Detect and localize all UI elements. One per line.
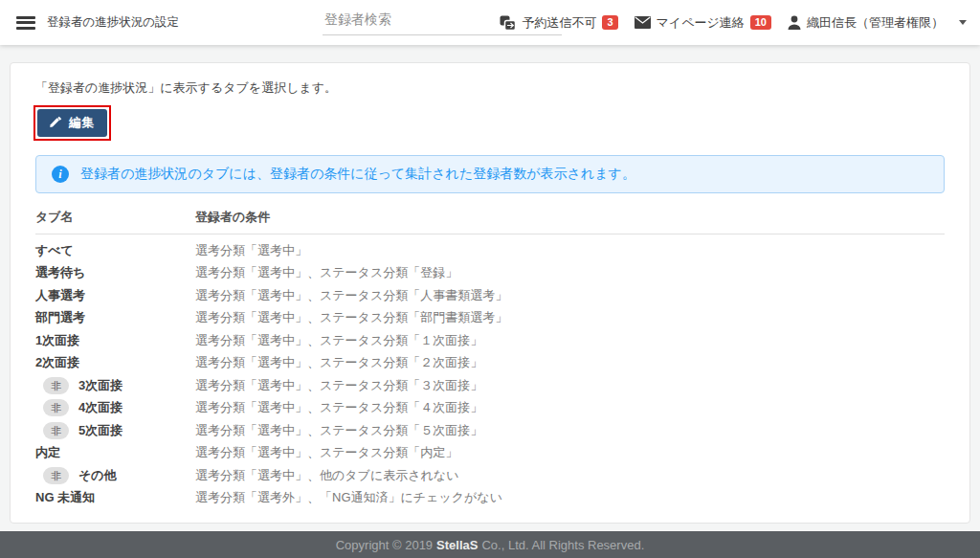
tab-condition: 選考分類「選考外」、「NG通知済」にチェックがない (195, 489, 945, 506)
info-icon: i (52, 166, 69, 183)
tab-condition: 選考分類「選考中」、ステータス分類「登録」 (195, 264, 945, 281)
table-row: 2次面接 選考分類「選考中」、ステータス分類「２次面接」 (35, 352, 945, 375)
mypage-contact-label: マイページ連絡 (657, 14, 745, 32)
tab-condition: 選考分類「選考中」、ステータス分類「２次面接」 (195, 354, 945, 371)
tab-name: その他 (78, 467, 117, 484)
tab-name: 2次面接 (35, 354, 79, 371)
tab-name: NG 未通知 (35, 489, 95, 506)
tab-name: 5次面接 (78, 422, 122, 439)
user-menu[interactable]: 織田信長（管理者権限） (788, 14, 967, 32)
mypage-contact-menu[interactable]: マイページ連絡 10 (635, 14, 771, 32)
hidden-badge: 非 (43, 467, 69, 484)
tab-table-body: すべて 選考分類「選考中」 選考待ち 選考分類「選考中」、ステータス分類「登録」… (35, 239, 945, 509)
table-row: 選考待ち 選考分類「選考中」、ステータス分類「登録」 (35, 262, 945, 285)
copyright-suffix: Co., Ltd. All Rights Reserved. (481, 538, 644, 552)
edit-button-highlight: 編集 (33, 105, 111, 141)
caret-down-icon (959, 20, 967, 25)
tab-name: 人事選考 (35, 287, 85, 304)
mypage-contact-count-badge: 10 (750, 15, 771, 30)
tab-name: 3次面接 (78, 377, 122, 394)
table-row: 1次面接 選考分類「選考中」、ステータス分類「１次面接」 (35, 329, 945, 352)
column-header-condition: 登録者の条件 (195, 209, 945, 226)
hamburger-menu-icon[interactable] (16, 16, 35, 30)
table-row: 非 4次面接 選考分類「選考中」、ステータス分類「４次面接」 (35, 397, 945, 420)
tab-condition: 選考分類「選考中」、ステータス分類「４次面接」 (195, 399, 945, 416)
app-header: 登録者の進捗状況の設定 予約送信不可 3 マイページ連絡 (0, 0, 980, 45)
user-name: 織田信長（管理者権限） (807, 14, 944, 32)
tab-table: タブ名 登録者の条件 すべて 選考分類「選考中」 選考待ち 選考分類「選考中」、… (35, 209, 945, 509)
reserve-send-count-badge: 3 (602, 15, 617, 30)
table-row: すべて 選考分類「選考中」 (35, 239, 945, 262)
table-row: 非 3次面接 選考分類「選考中」、ステータス分類「３次面接」 (35, 374, 945, 397)
edit-button-label: 編集 (69, 115, 95, 131)
footer: Copyright © 2019 StellaS Co., Ltd. All R… (0, 531, 980, 558)
column-header-tab-name: タブ名 (35, 209, 195, 226)
table-row: 人事選考 選考分類「選考中」、ステータス分類「人事書類選考」 (35, 284, 945, 307)
table-row: 非 5次面接 選考分類「選考中」、ステータス分類「５次面接」 (35, 419, 945, 442)
tab-name: 内定 (35, 444, 60, 461)
table-row: NG 未通知 選考分類「選考外」、「NG通知済」にチェックがない (35, 487, 945, 510)
info-alert: i 登録者の進捗状況のタブには、登録者の条件に従って集計された登録者数が表示され… (35, 155, 945, 193)
table-row: 部門選考 選考分類「選考中」、ステータス分類「部門書類選考」 (35, 307, 945, 330)
tab-table-header: タブ名 登録者の条件 (35, 209, 945, 234)
tab-condition: 選考分類「選考中」、ステータス分類「人事書類選考」 (195, 287, 945, 304)
mail-icon (635, 16, 651, 29)
info-alert-text: 登録者の進捗状況のタブには、登録者の条件に従って集計された登録者数が表示されます… (80, 166, 635, 183)
card-description: 「登録者の進捗状況」に表示するタブを選択します。 (26, 78, 954, 97)
tab-name: 1次面接 (35, 332, 79, 349)
tab-name: 4次面接 (78, 399, 122, 416)
table-row: 非 その他 選考分類「選考中」、他のタブに表示されない (35, 464, 945, 487)
pencil-icon (50, 116, 62, 131)
tab-name: 選考待ち (35, 264, 85, 281)
tab-name: すべて (35, 242, 74, 259)
hidden-badge: 非 (43, 377, 69, 394)
tab-condition: 選考分類「選考中」、ステータス分類「５次面接」 (195, 422, 945, 439)
edit-button[interactable]: 編集 (37, 109, 107, 137)
tab-condition: 選考分類「選考中」、他のタブに表示されない (195, 467, 945, 484)
tab-condition: 選考分類「選考中」 (195, 242, 945, 259)
tab-condition: 選考分類「選考中」、ステータス分類「３次面接」 (195, 377, 945, 394)
footer-brand: StellaS (436, 538, 478, 552)
search-field (323, 8, 562, 35)
hidden-badge: 非 (43, 422, 69, 439)
tab-condition: 選考分類「選考中」、ステータス分類「内定」 (195, 444, 945, 461)
page-title: 登録者の進捗状況の設定 (47, 14, 179, 31)
settings-card: 「登録者の進捗状況」に表示するタブを選択します。 編集 i 登録者の進捗状況のタ… (10, 62, 970, 524)
tab-condition: 選考分類「選考中」、ステータス分類「１次面接」 (195, 332, 945, 349)
header-actions: 予約送信不可 3 マイページ連絡 10 織田信長（管理者権限） (500, 14, 967, 32)
table-row: 内定 選考分類「選考中」、ステータス分類「内定」 (35, 442, 945, 465)
tab-condition: 選考分類「選考中」、ステータス分類「部門書類選考」 (195, 309, 945, 326)
tab-name: 部門選考 (35, 309, 85, 326)
hidden-badge: 非 (43, 399, 69, 416)
copyright-prefix: Copyright © 2019 (336, 538, 433, 552)
search-input[interactable] (323, 8, 562, 35)
user-icon (788, 15, 801, 30)
